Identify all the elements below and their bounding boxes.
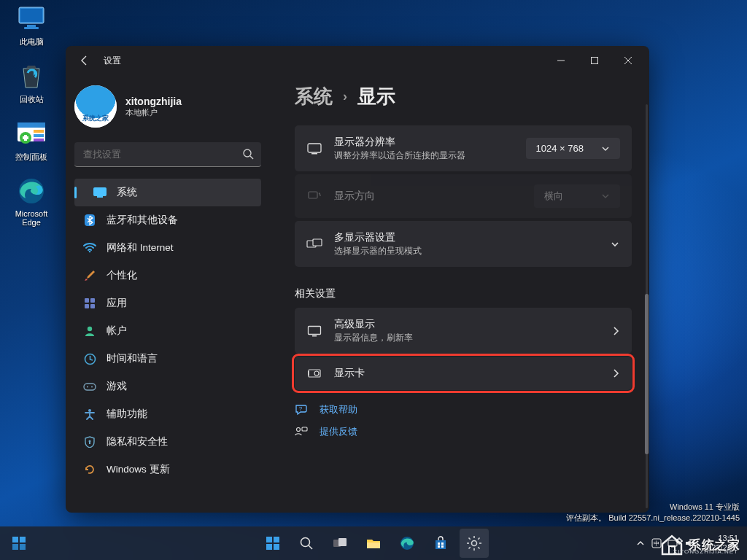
svg-line-16 (250, 156, 253, 159)
nav-accounts[interactable]: 帐户 (74, 317, 261, 345)
svg-rect-17 (94, 188, 107, 196)
minimize-button[interactable] (544, 49, 578, 72)
desktop-icon-this-pc[interactable]: 此电脑 (4, 3, 58, 47)
main-panel: 系统 › 显示 显示器分辨率 调整分辨率以适合所连接的显示器 1024 × 76… (270, 75, 649, 513)
update-icon (83, 463, 96, 476)
svg-rect-32 (89, 442, 90, 444)
svg-line-69 (469, 538, 471, 540)
wifi-icon (83, 241, 96, 254)
card-multi-monitor[interactable]: 多显示器设置 选择显示器的呈现模式 (295, 221, 632, 267)
chevron-down-icon (610, 239, 620, 249)
svg-line-55 (309, 545, 312, 549)
accessibility-icon (83, 408, 96, 421)
nav-accessibility[interactable]: 辅助功能 (74, 400, 261, 428)
svg-rect-22 (90, 298, 95, 303)
card-display-resolution[interactable]: 显示器分辨率 调整分辨率以适合所连接的显示器 747 × 560 (295, 125, 632, 171)
profile-block[interactable]: 系统之家 xitongzhijia 本地帐户 (74, 81, 261, 138)
svg-rect-61 (441, 542, 444, 545)
svg-rect-18 (97, 196, 103, 198)
svg-rect-10 (34, 134, 44, 137)
svg-rect-23 (85, 304, 89, 308)
nav-network[interactable]: 网络和 Internet (74, 234, 261, 262)
sidebar: 系统之家 xitongzhijia 本地帐户 系统 蓝牙和其他设备 网络和 In… (66, 75, 270, 513)
watermark: 系统之家 XITONGZHIJIA.NET (659, 534, 740, 556)
avatar: 系统之家 (74, 85, 117, 128)
resolution-dropdown[interactable]: 747 × 560 (526, 138, 620, 159)
apps-icon (83, 297, 96, 310)
breadcrumb-current: 显示 (357, 84, 395, 109)
widgets-button[interactable] (4, 529, 34, 558)
nav-gaming[interactable]: 游戏 (74, 373, 261, 400)
link-feedback[interactable]: 提供反馈 (320, 425, 357, 438)
svg-point-15 (244, 149, 251, 157)
nav-personalization[interactable]: 个性化 (74, 262, 261, 289)
card-orientation: 显示方向 横向 (295, 174, 632, 218)
help-icon: ? (295, 404, 308, 416)
card-advanced-display[interactable]: 高级显示 显示器信息，刷新率 (295, 308, 632, 354)
nav-time-language[interactable]: 时间和语言 (74, 345, 261, 373)
gaming-icon (83, 380, 96, 393)
nav-windows-update[interactable]: Windows 更新 (74, 456, 261, 483)
nav-privacy[interactable]: 隐私和安全性 (74, 428, 261, 456)
svg-point-20 (89, 251, 91, 253)
profile-sub: 本地帐户 (125, 107, 182, 118)
svg-rect-39 (312, 335, 317, 337)
nav-bluetooth[interactable]: 蓝牙和其他设备 (74, 206, 261, 234)
link-get-help[interactable]: 获取帮助 (320, 403, 357, 416)
svg-rect-27 (84, 384, 96, 390)
start-button[interactable] (258, 529, 287, 558)
task-view[interactable] (325, 529, 355, 558)
svg-rect-58 (367, 542, 380, 548)
svg-rect-48 (12, 544, 18, 550)
close-button[interactable] (611, 49, 645, 72)
desktop-icon-control-panel[interactable]: 控制面板 (4, 118, 58, 163)
card-graphics[interactable]: 显示卡 (295, 357, 632, 390)
chevron-right-icon (611, 368, 620, 378)
svg-rect-62 (438, 545, 440, 548)
taskbar-store[interactable] (426, 529, 455, 558)
tray-chevron-up-icon[interactable] (637, 540, 644, 547)
nav-apps[interactable]: 应用 (74, 289, 261, 317)
svg-point-30 (88, 409, 91, 412)
maximize-button[interactable] (578, 49, 611, 72)
search-input[interactable] (74, 142, 261, 167)
resolution-icon (306, 143, 322, 155)
taskbar: 中 13:51 2022/2/18 (0, 526, 747, 560)
svg-rect-33 (308, 144, 321, 152)
desktop-icon-recycle-bin[interactable]: 回收站 (4, 61, 58, 105)
svg-rect-8 (23, 136, 28, 139)
svg-rect-45 (302, 427, 307, 431)
brush-icon (83, 269, 96, 282)
bluetooth-icon (83, 214, 96, 227)
section-related: 相关设置 (295, 287, 632, 300)
breadcrumb: 系统 › 显示 (295, 84, 632, 109)
svg-rect-11 (34, 139, 44, 141)
svg-point-64 (472, 541, 477, 546)
orientation-dropdown: 横向 (534, 184, 620, 208)
nav-system[interactable]: 系统 (74, 179, 261, 206)
taskbar-explorer[interactable] (359, 529, 388, 558)
chevron-right-icon (611, 326, 620, 336)
svg-rect-1 (20, 9, 42, 22)
taskbar-settings[interactable] (460, 529, 489, 558)
svg-rect-35 (309, 192, 317, 198)
multi-monitor-icon (306, 238, 322, 250)
svg-rect-47 (20, 537, 26, 542)
svg-rect-14 (592, 58, 598, 64)
scrollbar-thumb[interactable] (645, 294, 649, 454)
taskbar-edge[interactable] (392, 529, 422, 558)
svg-rect-24 (90, 304, 95, 308)
breadcrumb-parent[interactable]: 系统 (295, 84, 333, 109)
svg-point-41 (314, 371, 319, 376)
back-button[interactable] (76, 52, 93, 69)
search-box[interactable] (74, 142, 261, 167)
person-icon (83, 324, 96, 338)
svg-point-28 (87, 386, 88, 388)
svg-rect-57 (338, 538, 347, 546)
taskbar-search[interactable] (292, 529, 321, 558)
profile-name: xitongzhijia (125, 96, 182, 107)
svg-point-54 (301, 538, 310, 547)
desktop-icon-edge[interactable]: Microsoft Edge (4, 176, 58, 227)
window-title: 设置 (104, 55, 121, 67)
desktop-icons: 此电脑 回收站 控制面板 Microsoft Edge (4, 3, 58, 227)
